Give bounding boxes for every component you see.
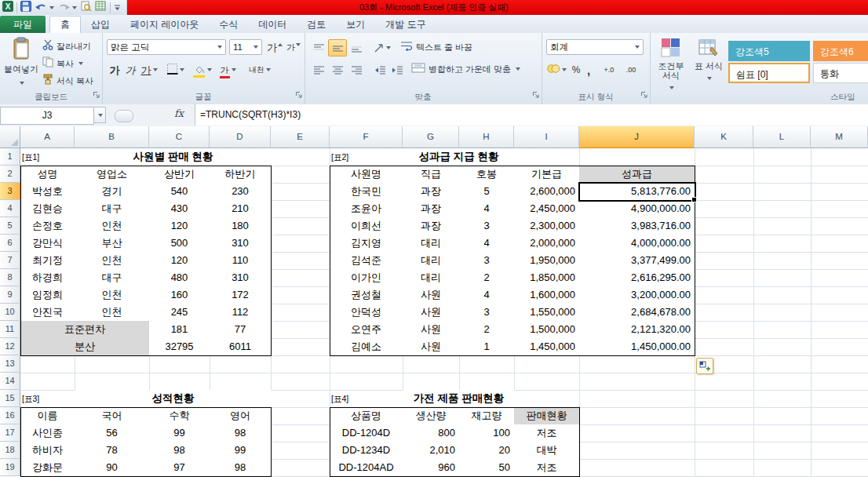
cell-A11[interactable]: 표준편차 xyxy=(20,321,150,339)
customize-toolbar-button[interactable] xyxy=(114,1,121,15)
cell-D11[interactable]: 77 xyxy=(210,321,272,339)
row-header-19[interactable]: 19 xyxy=(0,459,20,476)
cell-G1[interactable]: 성과급 지급 현황 xyxy=(403,148,515,166)
cell-F7[interactable]: 김석준 xyxy=(330,252,403,270)
row-header-17[interactable]: 17 xyxy=(0,424,20,442)
tab-page-layout[interactable]: 페이지 레이아웃 xyxy=(120,16,209,33)
cell-D5[interactable]: 180 xyxy=(210,217,272,235)
align-center-button[interactable] xyxy=(328,61,347,78)
cell-A19[interactable]: 강화문 xyxy=(20,459,75,477)
row-header-7[interactable]: 7 xyxy=(0,252,20,269)
cell-C16[interactable]: 수학 xyxy=(149,407,210,425)
row-header-2[interactable]: 2 xyxy=(0,166,20,183)
cell-H4[interactable]: 4 xyxy=(459,200,515,218)
cell-G17[interactable]: 800 xyxy=(403,424,460,442)
row-header-15[interactable]: 15 xyxy=(0,390,20,407)
cell-B5[interactable]: 인천 xyxy=(75,217,150,235)
cell-C8[interactable]: 480 xyxy=(149,269,210,287)
decrease-decimal-button[interactable]: .00 xyxy=(620,61,642,78)
font-name-combo[interactable]: 맑은 고딕 xyxy=(107,39,226,55)
tab-insert[interactable]: 삽입 xyxy=(81,16,120,33)
tab-home[interactable]: 홈 xyxy=(49,16,81,33)
cell-G11[interactable]: 사원 xyxy=(403,321,460,339)
column-header-M[interactable]: M xyxy=(811,126,868,148)
cell-F4[interactable]: 조윤아 xyxy=(330,200,403,218)
cell-H17[interactable]: 100 xyxy=(459,424,515,442)
cell-J6[interactable]: 4,000,000.00 xyxy=(579,235,695,253)
cell-G10[interactable]: 사원 xyxy=(403,304,460,322)
cell-B10[interactable]: 인천 xyxy=(75,304,150,322)
cell-F17[interactable]: DD-1204D xyxy=(330,424,403,442)
accounting-format-button[interactable] xyxy=(545,61,568,78)
row-header-16[interactable]: 16 xyxy=(0,407,20,424)
insert-function-button[interactable]: fx xyxy=(174,107,184,119)
fill-color-button[interactable] xyxy=(190,61,215,78)
cell-B4[interactable]: 대구 xyxy=(75,200,150,218)
cell-F5[interactable]: 이희선 xyxy=(330,217,403,235)
cell-I5[interactable]: 2,300,000 xyxy=(514,217,580,235)
cell-C11[interactable]: 181 xyxy=(149,321,210,339)
column-header-B[interactable]: B xyxy=(75,126,149,148)
cell-D9[interactable]: 172 xyxy=(210,286,272,304)
cell-B8[interactable]: 대구 xyxy=(75,269,150,287)
phonetic-button[interactable]: 내천 xyxy=(245,61,275,78)
cell-B9[interactable]: 인천 xyxy=(75,286,150,304)
cell-A9[interactable]: 임정희 xyxy=(20,286,75,304)
select-all-corner[interactable] xyxy=(0,126,20,148)
cell-G15[interactable]: 가전 제품 판매현황 xyxy=(403,390,515,408)
cell-J11[interactable]: 2,121,320.00 xyxy=(579,321,695,339)
cell-G16[interactable]: 생산량 xyxy=(403,407,460,425)
cell-D8[interactable]: 310 xyxy=(210,269,272,287)
row-header-4[interactable]: 4 xyxy=(0,200,20,217)
orientation-button[interactable] xyxy=(370,39,394,56)
merge-center-button[interactable]: 병합하고 가운데 맞춤 xyxy=(410,61,522,77)
cell-I18[interactable]: 대박 xyxy=(514,442,580,460)
cell-C18[interactable]: 98 xyxy=(149,442,210,460)
cell-C7[interactable]: 120 xyxy=(149,252,210,270)
align-top-button[interactable] xyxy=(309,39,328,56)
cell-D2[interactable]: 하반기 xyxy=(210,166,272,184)
cell-style-accent6[interactable]: 강조색6 xyxy=(813,41,868,61)
cell-D3[interactable]: 230 xyxy=(210,183,272,201)
align-right-button[interactable] xyxy=(347,61,366,78)
cell-D10[interactable]: 112 xyxy=(210,304,272,322)
borders-button[interactable] xyxy=(163,61,187,78)
cell-F11[interactable]: 오연주 xyxy=(330,321,403,339)
column-header-K[interactable]: K xyxy=(695,126,753,148)
bold-button[interactable]: 가 xyxy=(107,61,122,78)
cell-B7[interactable]: 인천 xyxy=(75,252,150,270)
formula-input[interactable]: =TRUNC(SQRT(H3)*I3) xyxy=(195,104,868,126)
cell-G12[interactable]: 사원 xyxy=(403,338,460,356)
italic-button[interactable]: 가 xyxy=(122,61,138,78)
cell-A6[interactable]: 강만식 xyxy=(20,235,75,253)
row-header-9[interactable]: 9 xyxy=(0,286,20,304)
undo-button[interactable] xyxy=(35,1,54,15)
cell-D18[interactable]: 99 xyxy=(210,442,272,460)
cell-A16[interactable]: 이름 xyxy=(20,407,75,425)
row-header-14[interactable]: 14 xyxy=(0,373,20,390)
cell-G3[interactable]: 과장 xyxy=(403,183,460,201)
cell-F19[interactable]: DD-1204AD xyxy=(330,459,403,477)
quick-print-button[interactable] xyxy=(95,1,107,15)
cell-C3[interactable]: 540 xyxy=(149,183,210,201)
cell-B2[interactable]: 영업소 xyxy=(75,166,150,184)
cell-I9[interactable]: 1,600,000 xyxy=(514,286,580,304)
cell-F9[interactable]: 권성철 xyxy=(330,286,403,304)
cell-H6[interactable]: 4 xyxy=(459,235,515,253)
cell-F2[interactable]: 사원명 xyxy=(330,166,403,184)
cell-style-currency[interactable]: 통화 xyxy=(813,63,868,83)
cell-G19[interactable]: 960 xyxy=(403,459,460,477)
underline-button[interactable]: 가 xyxy=(138,61,160,78)
cell-I11[interactable]: 1,500,000 xyxy=(514,321,580,339)
cell-F18[interactable]: DD-1234D xyxy=(330,442,403,460)
row-header-11[interactable]: 11 xyxy=(0,321,20,338)
cell-J4[interactable]: 4,900,000.00 xyxy=(579,200,695,218)
cell-C19[interactable]: 97 xyxy=(149,459,210,477)
cell-B18[interactable]: 78 xyxy=(75,442,150,460)
tab-file[interactable]: 파일 xyxy=(0,16,46,33)
cell-A2[interactable]: 성명 xyxy=(20,166,75,184)
wrap-text-button[interactable]: 텍스트 줄 바꿈 xyxy=(399,39,474,55)
cell-H2[interactable]: 호봉 xyxy=(459,166,515,184)
column-header-A[interactable]: A xyxy=(20,126,75,148)
cell-I8[interactable]: 1,850,000 xyxy=(514,269,580,287)
